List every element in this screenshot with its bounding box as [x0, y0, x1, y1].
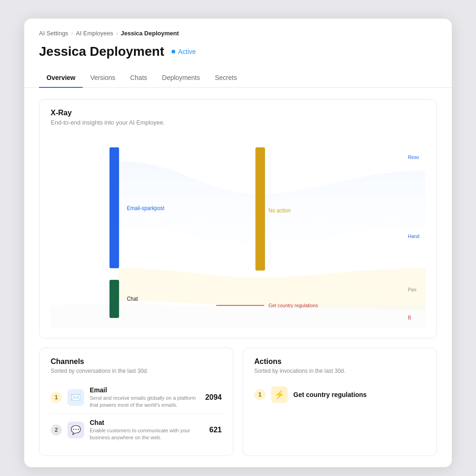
label-email: Email-sparkpost — [127, 205, 165, 211]
chat-channel-icon: 💬 — [67, 422, 84, 438]
label-hand: Hand — [408, 233, 420, 239]
channel-desc-email: Send and receive emails globally on a pl… — [90, 395, 199, 409]
action-item-1[interactable]: 1 ⚡ Get country regulations — [254, 382, 425, 408]
page-title: Jessica Deployment — [39, 44, 164, 59]
page-header: Jessica Deployment Active — [24, 42, 452, 59]
action-icon-1: ⚡ — [271, 386, 288, 403]
actions-title: Actions — [254, 357, 425, 366]
label-no-action: No action — [269, 207, 291, 213]
tab-deployments[interactable]: Deployments — [155, 70, 208, 88]
label-get-country: Get country regulations — [269, 303, 318, 308]
status-badge: Active — [172, 48, 196, 55]
breadcrumb-sep-2: › — [116, 30, 118, 37]
channel-item-email[interactable]: 1 ✉️ Email Send and receive emails globa… — [51, 382, 222, 414]
channel-count-chat: 621 — [209, 426, 222, 434]
breadcrumb-item-2[interactable]: AI Employees — [76, 30, 113, 37]
tab-overview[interactable]: Overview — [39, 70, 83, 88]
action-rank-1: 1 — [254, 389, 265, 400]
actions-card: Actions Sorted by invocations in the las… — [243, 348, 437, 456]
channel-name-chat: Chat — [90, 419, 204, 426]
actions-subtitle: Sorted by invocations in the last 30d. — [254, 368, 425, 374]
tab-secrets[interactable]: Secrets — [207, 70, 244, 88]
tab-versions[interactable]: Versions — [83, 70, 123, 88]
channels-title: Channels — [51, 357, 222, 366]
breadcrumb-sep-1: › — [71, 30, 73, 37]
tab-chats[interactable]: Chats — [123, 70, 155, 88]
label-reso: Reso — [408, 154, 419, 160]
main-window: AI Settings › AI Employees › Jessica Dep… — [24, 19, 452, 467]
channel-item-chat[interactable]: 2 💬 Chat Enable customers to communicate… — [51, 414, 222, 446]
channel-name-email: Email — [90, 386, 199, 394]
channels-subtitle: Sorted by conversations in the last 30d. — [51, 368, 222, 374]
channels-card: Channels Sorted by conversations in the … — [39, 348, 233, 456]
channel-desc-chat: Enable customers to communicate with you… — [90, 427, 204, 442]
breadcrumb: AI Settings › AI Employees › Jessica Dep… — [24, 19, 452, 42]
breadcrumb-current: Jessica Deployment — [121, 30, 179, 37]
channel-rank-2: 2 — [51, 424, 62, 436]
label-pen: Pen — [408, 287, 416, 292]
xray-card: X-Ray End-to-end insights into your AI E… — [39, 99, 437, 338]
xray-chart: Email-sparkpost Chat No action Get count… — [51, 133, 425, 329]
bar-email — [110, 147, 119, 268]
breadcrumb-item-1[interactable]: AI Settings — [39, 30, 68, 37]
channel-count-email: 2094 — [205, 393, 222, 402]
tabs-container: Overview Versions Chats Deployments Secr… — [24, 63, 452, 88]
status-label: Active — [178, 48, 196, 55]
chart-svg: Email-sparkpost Chat No action Get count… — [51, 133, 425, 329]
channel-rank-1: 1 — [51, 392, 62, 403]
channel-info-email: Email Send and receive emails globally o… — [90, 386, 199, 409]
xray-title: X-Ray — [51, 109, 425, 117]
action-name-1: Get country regulations — [293, 391, 367, 398]
channel-info-chat: Chat Enable customers to communicate wit… — [90, 419, 204, 442]
email-channel-icon: ✉️ — [67, 389, 84, 406]
label-chat: Chat — [127, 296, 138, 302]
bar-chat — [110, 280, 119, 318]
status-dot — [172, 50, 175, 53]
xray-subtitle: End-to-end insights into your AI Employe… — [51, 119, 425, 126]
bottom-cards: Channels Sorted by conversations in the … — [39, 348, 437, 456]
bar-no-action — [255, 147, 265, 271]
main-content: X-Ray End-to-end insights into your AI E… — [24, 88, 452, 467]
label-b: B — [408, 315, 411, 320]
